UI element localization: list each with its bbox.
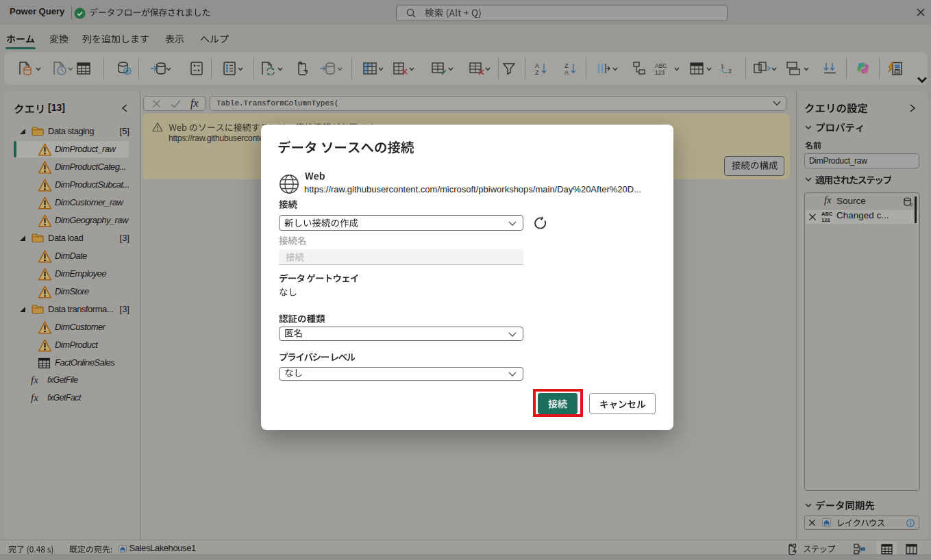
svg-text:1: 1 xyxy=(721,63,724,70)
svg-text:Z: Z xyxy=(535,69,539,75)
svg-text:123: 123 xyxy=(655,69,665,75)
svg-text:2: 2 xyxy=(728,68,732,75)
svg-text:ABC: ABC xyxy=(655,62,667,69)
svg-text:A: A xyxy=(535,62,539,69)
svg-text:A: A xyxy=(564,69,569,75)
svg-text:?: ? xyxy=(910,202,913,207)
svg-text:Z: Z xyxy=(564,62,569,69)
